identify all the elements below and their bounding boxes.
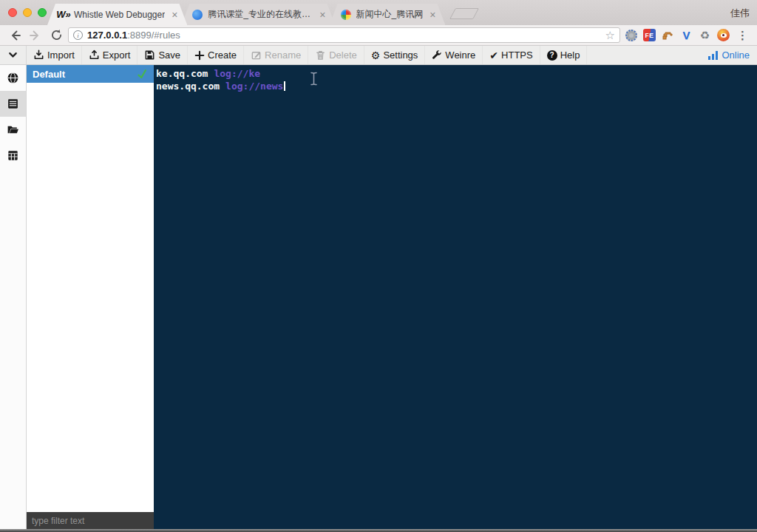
fullscreen-window-button[interactable] bbox=[38, 8, 47, 17]
forward-button[interactable] bbox=[27, 27, 44, 44]
tab-title: Whistle Web Debugger bbox=[74, 10, 165, 20]
mouse-cursor-ibeam-icon bbox=[310, 72, 318, 86]
sidebar-item-rules[interactable] bbox=[0, 91, 26, 117]
button-label: Save bbox=[158, 50, 180, 61]
trash-icon bbox=[315, 50, 326, 61]
sidebar-item-network[interactable] bbox=[0, 65, 26, 91]
https-button[interactable]: ✔ HTTPS bbox=[483, 46, 540, 64]
button-label: Export bbox=[103, 50, 131, 61]
weinre-button[interactable]: Weinre bbox=[425, 46, 483, 64]
left-icon-column bbox=[0, 65, 27, 529]
tab-whistle-web-debugger[interactable]: W» Whistle Web Debugger × bbox=[47, 4, 187, 25]
gear-icon: ⚙ bbox=[371, 50, 381, 61]
back-arrow-icon bbox=[8, 29, 21, 42]
tab-title: 腾讯课堂_专业的在线教育平台( bbox=[208, 8, 313, 21]
close-window-button[interactable] bbox=[8, 8, 17, 17]
button-label: Weinre bbox=[445, 50, 475, 61]
button-label: Help bbox=[560, 50, 580, 61]
tab-tencent-news[interactable]: 新闻中心_腾讯网 × bbox=[330, 4, 446, 25]
tab-strip: W» Whistle Web Debugger × 腾讯课堂_专业的在线教育平台… bbox=[47, 4, 476, 25]
reload-button[interactable] bbox=[47, 27, 65, 44]
collapse-toolbar-button[interactable] bbox=[0, 46, 27, 64]
macos-traffic-lights bbox=[8, 8, 47, 17]
url-text: 127.0.0.1:8899/#rules bbox=[87, 30, 180, 41]
rule-enabled-check-icon bbox=[136, 68, 149, 81]
rule-pattern: ke.qq.com bbox=[156, 68, 208, 79]
settings-button[interactable]: ⚙ Settings bbox=[364, 46, 426, 64]
button-label: Rename bbox=[265, 50, 301, 61]
button-label: HTTPS bbox=[501, 50, 533, 61]
rule-pattern: news.qq.com bbox=[156, 81, 220, 92]
url-host: 127.0.0.1 bbox=[87, 30, 127, 41]
wrench-icon bbox=[432, 50, 442, 61]
online-bars-icon bbox=[708, 51, 718, 60]
tab-tencent-classroom[interactable]: 腾讯课堂_专业的在线教育平台( × bbox=[181, 4, 335, 25]
check-icon: ✔ bbox=[489, 50, 498, 61]
tencent-news-icon bbox=[340, 9, 352, 21]
import-icon bbox=[33, 50, 44, 61]
text-caret bbox=[284, 81, 285, 91]
whistle-toolbar: Import Export Save Create Rename Delete … bbox=[0, 46, 757, 65]
button-label: Import bbox=[47, 50, 75, 61]
window-bottom-edge bbox=[0, 529, 757, 532]
online-status[interactable]: Online bbox=[701, 46, 757, 64]
extension-recycle-icon[interactable]: ♻ bbox=[697, 27, 713, 43]
plugins-table-icon bbox=[7, 149, 19, 162]
plus-icon bbox=[194, 50, 205, 61]
extension-v-icon[interactable]: V bbox=[679, 27, 694, 43]
tab-title: 新闻中心_腾讯网 bbox=[356, 8, 424, 21]
delete-button: Delete bbox=[308, 46, 364, 64]
url-field[interactable]: i 127.0.0.1:8899/#rules ☆ bbox=[68, 27, 620, 43]
button-label: Delete bbox=[329, 50, 357, 61]
rule-name: Default bbox=[33, 69, 137, 80]
back-button[interactable] bbox=[6, 27, 24, 44]
rename-button: Rename bbox=[244, 46, 308, 64]
rules-list-icon bbox=[7, 98, 19, 110]
minimize-window-button[interactable] bbox=[23, 8, 32, 17]
tab-close-icon[interactable]: × bbox=[169, 9, 180, 21]
button-label: Create bbox=[208, 50, 237, 61]
new-tab-button[interactable] bbox=[449, 8, 479, 19]
values-folder-icon bbox=[7, 123, 19, 136]
browser-titlebar: W» Whistle Web Debugger × 腾讯课堂_专业的在线教育平台… bbox=[0, 0, 757, 25]
help-button[interactable]: ? Help bbox=[540, 46, 588, 64]
import-button[interactable]: Import bbox=[27, 46, 82, 64]
rule-operation: log://news bbox=[225, 81, 283, 92]
extension-dotted-circle-icon[interactable] bbox=[623, 27, 639, 43]
network-globe-icon bbox=[7, 72, 19, 84]
chrome-menu-icon[interactable]: ⋮ bbox=[734, 29, 751, 42]
extension-eye-icon[interactable] bbox=[716, 27, 731, 43]
online-label: Online bbox=[722, 50, 750, 61]
edit-pencil-icon bbox=[251, 50, 262, 61]
url-path: :8899/#rules bbox=[127, 30, 180, 41]
extension-fe-icon[interactable]: FE bbox=[642, 27, 657, 43]
rule-line: news.qq.comlog://news bbox=[156, 80, 757, 92]
chevron-down-icon bbox=[7, 50, 18, 61]
button-label: Settings bbox=[383, 50, 418, 61]
main-area: Default ke.qq.comlog://ke news.qq.comlog… bbox=[0, 65, 757, 529]
rules-filter-input[interactable] bbox=[27, 512, 154, 529]
tab-close-icon[interactable]: × bbox=[427, 9, 438, 21]
page-info-icon[interactable]: i bbox=[73, 30, 83, 40]
sidebar-item-values[interactable] bbox=[0, 117, 26, 143]
reload-icon bbox=[50, 29, 63, 41]
rule-item-default[interactable]: Default bbox=[27, 65, 154, 83]
help-circle-icon: ? bbox=[547, 50, 557, 61]
sidebar-item-plugins[interactable] bbox=[0, 143, 26, 168]
whistle-logo-icon: W» bbox=[58, 9, 69, 21]
create-button[interactable]: Create bbox=[188, 46, 244, 64]
rules-sidebar: Default bbox=[27, 65, 154, 529]
rules-editor[interactable]: ke.qq.comlog://ke news.qq.comlog://news bbox=[154, 65, 757, 529]
extension-pipe-icon[interactable] bbox=[660, 27, 676, 43]
rule-line: ke.qq.comlog://ke bbox=[156, 67, 757, 80]
rule-operation: log://ke bbox=[214, 68, 260, 79]
save-floppy-icon bbox=[144, 50, 155, 61]
bookmark-star-icon[interactable]: ☆ bbox=[605, 29, 615, 42]
forward-arrow-icon bbox=[29, 29, 42, 42]
chrome-profile-name[interactable]: 佳伟 bbox=[730, 7, 750, 20]
tencent-classroom-icon bbox=[191, 9, 203, 21]
export-button[interactable]: Export bbox=[82, 46, 138, 64]
export-icon bbox=[89, 50, 100, 61]
tab-close-icon[interactable]: × bbox=[317, 9, 327, 21]
save-button[interactable]: Save bbox=[138, 46, 188, 64]
